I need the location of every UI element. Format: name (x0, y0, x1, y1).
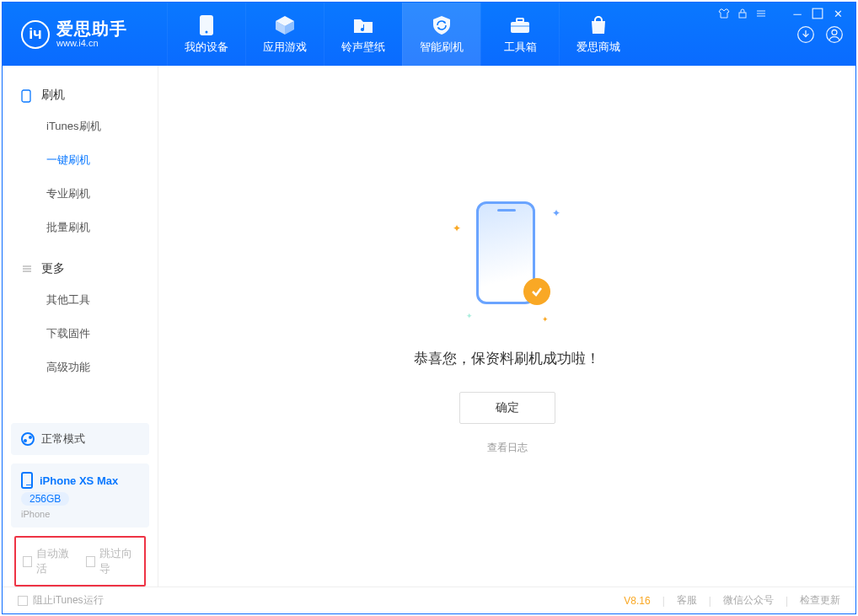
svg-rect-14 (517, 19, 523, 22)
toolbox-icon (509, 14, 531, 36)
mode-label: 正常模式 (41, 431, 85, 447)
sidebar-item-pro-flash[interactable]: 专业刷机 (3, 177, 158, 211)
refresh-badge-icon (431, 14, 453, 36)
sidebar-bottom: 正常模式 iPhone XS Max 256GB iPhone 自动激活 跳过向… (3, 423, 158, 587)
sidebar-section-more: 更多 (3, 254, 158, 283)
maximize-button[interactable] (812, 8, 823, 19)
title-small-icons (718, 8, 767, 19)
sidebar-item-other-tools[interactable]: 其他工具 (3, 283, 158, 317)
svg-rect-15 (511, 25, 529, 27)
checkbox-auto-activate[interactable]: 自动激活 (23, 546, 74, 576)
device-icon (21, 472, 33, 489)
sidebar: 刷机 iTunes刷机 一键刷机 专业刷机 批量刷机 更多 其他工具 下载固件 … (3, 66, 158, 587)
checkbox-block-itunes[interactable]: 阻止iTunes运行 (18, 593, 104, 608)
svg-rect-13 (511, 22, 529, 33)
body: 刷机 iTunes刷机 一键刷机 专业刷机 批量刷机 更多 其他工具 下载固件 … (3, 66, 855, 587)
tab-store[interactable]: 爱思商城 (559, 3, 637, 66)
lock-icon[interactable] (737, 8, 748, 19)
sidebar-item-advanced[interactable]: 高级功能 (3, 351, 158, 384)
svg-rect-19 (22, 90, 30, 102)
app-window: ─ ✕ iч 爱思助手 www.i4.cn 我的设备 应用游戏 铃声壁纸 (2, 2, 856, 614)
check-badge-icon (523, 278, 550, 305)
device-card[interactable]: iPhone XS Max 256GB iPhone (11, 463, 149, 528)
svg-point-18 (832, 29, 837, 35)
svg-rect-1 (739, 13, 746, 18)
success-message: 恭喜您，保资料刷机成功啦！ (414, 349, 600, 368)
sidebar-item-onekey-flash[interactable]: 一键刷机 (3, 143, 158, 177)
window-controls: ─ ✕ (791, 8, 844, 19)
footer-link-update[interactable]: 检查更新 (800, 593, 840, 608)
sidebar-item-download-firmware[interactable]: 下载固件 (3, 317, 158, 351)
cube-icon (274, 14, 296, 36)
tab-toolbox[interactable]: 工具箱 (480, 3, 559, 66)
device-storage: 256GB (21, 492, 69, 506)
tab-label: 应用游戏 (263, 40, 307, 55)
svg-marker-0 (719, 9, 729, 18)
bag-icon (587, 14, 609, 36)
tab-my-device[interactable]: 我的设备 (167, 3, 245, 66)
view-log-link[interactable]: 查看日志 (487, 441, 528, 455)
footer-link-support[interactable]: 客服 (677, 593, 697, 608)
checkbox-skip-guide[interactable]: 跳过向导 (86, 546, 137, 576)
sidebar-item-batch-flash[interactable]: 批量刷机 (3, 211, 158, 244)
sidebar-section-flash: 刷机 (3, 81, 158, 110)
tab-flash[interactable]: 智能刷机 (402, 3, 480, 66)
app-title: 爱思助手 (56, 19, 127, 38)
svg-point-7 (206, 30, 208, 33)
mode-icon (21, 432, 35, 446)
version-label: V8.16 (624, 595, 650, 607)
highlighted-checkbox-row: 自动激活 跳过向导 (14, 536, 146, 587)
success-illustration: ✦✦✦✦ (461, 197, 554, 324)
close-button[interactable]: ✕ (832, 8, 844, 19)
minimize-button[interactable]: ─ (791, 8, 803, 19)
shirt-icon[interactable] (718, 8, 730, 19)
svg-rect-5 (812, 8, 823, 19)
tab-ringtones[interactable]: 铃声壁纸 (324, 3, 402, 66)
logo-icon: iч (21, 20, 50, 49)
music-folder-icon (352, 14, 374, 36)
sidebar-item-itunes-flash[interactable]: iTunes刷机 (3, 110, 158, 143)
device-type: iPhone (21, 509, 139, 519)
list-small-icon (21, 263, 33, 275)
tab-label: 我的设备 (185, 40, 228, 55)
app-subtitle: www.i4.cn (56, 38, 127, 48)
footer: 阻止iTunes运行 V8.16 | 客服 | 微信公众号 | 检查更新 (3, 587, 855, 613)
tab-label: 爱思商城 (576, 40, 620, 55)
tab-label: 智能刷机 (420, 40, 464, 55)
tab-label: 铃声壁纸 (341, 40, 385, 55)
tab-apps-games[interactable]: 应用游戏 (245, 3, 324, 66)
mode-card[interactable]: 正常模式 (11, 423, 149, 455)
device-name: iPhone XS Max (40, 474, 118, 487)
menu-icon[interactable] (755, 8, 767, 19)
header-tabs: 我的设备 应用游戏 铃声壁纸 智能刷机 工具箱 爱思商城 (167, 3, 637, 66)
main-content: ✦✦✦✦ 恭喜您，保资料刷机成功啦！ 确定 查看日志 (158, 66, 855, 587)
tab-label: 工具箱 (504, 40, 537, 55)
phone-small-icon (21, 89, 33, 101)
user-icon[interactable] (825, 25, 844, 44)
device-icon (196, 14, 217, 36)
download-icon[interactable] (796, 25, 815, 44)
footer-link-wechat[interactable]: 微信公众号 (723, 593, 774, 608)
ok-button[interactable]: 确定 (459, 392, 555, 424)
logo[interactable]: iч 爱思助手 www.i4.cn (3, 3, 167, 66)
